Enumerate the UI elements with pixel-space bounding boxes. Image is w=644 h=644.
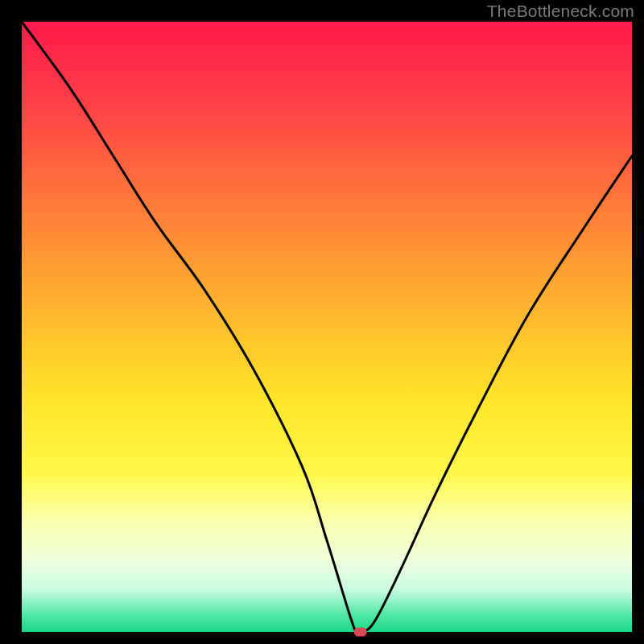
bottleneck-chart [0, 0, 644, 644]
optimal-point-marker-dot [354, 628, 367, 637]
chart-frame: TheBottleneck.com [0, 0, 644, 644]
optimal-point-marker [354, 628, 367, 637]
watermark-text: TheBottleneck.com [487, 2, 634, 21]
